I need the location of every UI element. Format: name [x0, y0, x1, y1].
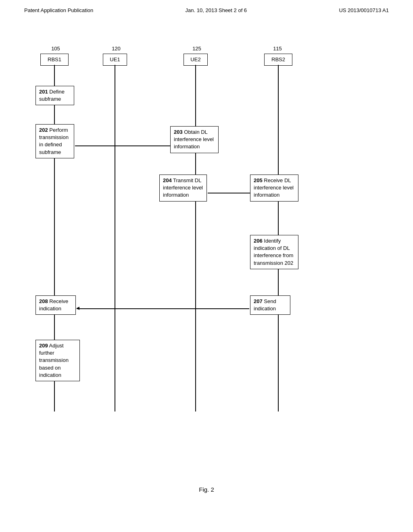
entity-ue1: UE1: [103, 54, 127, 66]
arrow-202-to-203: [75, 145, 184, 146]
node-209: 209 Adjust further transmission based on…: [35, 340, 80, 381]
node-202: 202 Perform transmission in defined subf…: [35, 124, 74, 158]
node-201: 201 Define subframe: [35, 86, 74, 105]
step-num-203: 203: [174, 129, 183, 135]
node-208: 208 Receive indication: [35, 295, 76, 315]
step-num-201: 201: [39, 89, 48, 95]
step-num-208: 208: [39, 298, 48, 304]
ref-105: 105: [44, 46, 68, 52]
node-206: 206 Identify indication of DL interferen…: [250, 235, 298, 269]
step-num-205: 205: [254, 177, 263, 183]
node-205: 205 Receive DL interference level inform…: [250, 175, 298, 202]
node-204: 204 Transmit DL interference level infor…: [159, 175, 207, 202]
vline-ue2: [195, 65, 196, 411]
step-num-206: 206: [254, 238, 263, 244]
step-num-207: 207: [254, 298, 263, 304]
fig-label: Fig. 2: [199, 486, 214, 493]
diagram: 105 120 125 115 RBS1 UE1 UE2 RBS2 201 De…: [0, 21, 413, 505]
header-left: Patent Application Publication: [24, 7, 93, 13]
node-203: 203 Obtain DL interference level informa…: [170, 126, 219, 153]
arrow-207-to-208: [77, 308, 249, 309]
ref-120: 120: [104, 46, 128, 52]
vline-ue1: [115, 65, 115, 411]
entity-rbs1: RBS1: [40, 54, 69, 66]
ref-115: 115: [265, 46, 290, 52]
entity-ue2: UE2: [184, 54, 208, 66]
entity-rbs2: RBS2: [264, 54, 292, 66]
header-middle: Jan. 10, 2013 Sheet 2 of 6: [186, 7, 247, 13]
node-207: 207 Send indication: [250, 295, 290, 315]
page-header: Patent Application Publication Jan. 10, …: [0, 0, 413, 13]
step-num-204: 204: [163, 177, 172, 183]
step-num-209: 209: [39, 343, 48, 349]
header-right: US 2013/0010713 A1: [339, 7, 389, 13]
ref-125: 125: [185, 46, 209, 52]
step-num-202: 202: [39, 127, 48, 133]
